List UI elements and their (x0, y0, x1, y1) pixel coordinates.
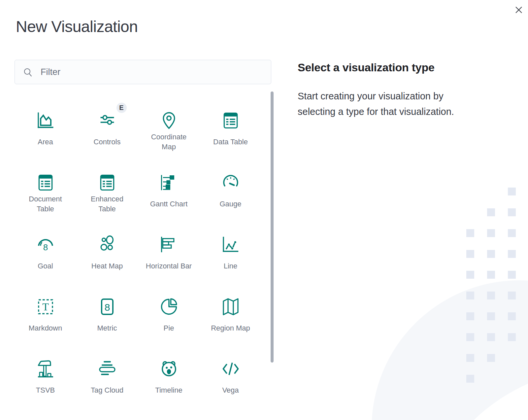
modal-title: New Visualization (16, 17, 138, 37)
decor-square (466, 250, 474, 258)
vis-type-label: Timeline (155, 380, 182, 401)
tsvb-icon (35, 358, 56, 379)
detail-panel: Select a visualization type Start creati… (298, 60, 496, 120)
vis-type-label: Horizontal Bar (146, 256, 192, 276)
decor-square (508, 333, 516, 341)
gauge-icon (220, 172, 241, 193)
table-icon (220, 110, 241, 131)
decor-square (466, 292, 474, 299)
decor-square (466, 375, 474, 383)
decor-square (466, 312, 474, 320)
vis-type-goal[interactable]: Goal (15, 222, 76, 284)
vis-type-tag-cloud[interactable]: Tag Cloud (76, 346, 138, 408)
code-icon (220, 358, 241, 379)
decor-square (487, 271, 495, 279)
heatmap-icon (97, 234, 118, 255)
vis-type-document-table[interactable]: Document Table (15, 160, 76, 222)
vis-type-line[interactable]: Line (200, 222, 261, 284)
detail-description: Start creating your visualization by sel… (298, 88, 496, 120)
vis-type-enhanced-table[interactable]: Enhanced Table (76, 160, 138, 222)
detail-heading: Select a visualization type (298, 60, 496, 75)
close-button[interactable] (512, 3, 525, 17)
decor-square (466, 229, 474, 237)
bar-horizontal-icon (158, 234, 180, 255)
controls-icon: E (97, 110, 118, 131)
decor-square (508, 250, 516, 258)
vis-type-label: Document Table (29, 194, 62, 214)
goal-icon (35, 234, 56, 255)
decor-square (487, 354, 495, 362)
vis-type-label: Heat Map (91, 256, 123, 276)
vis-type-label: Gauge (219, 194, 241, 214)
vis-type-data-table[interactable]: Data Table (200, 98, 261, 160)
bear-icon (158, 358, 180, 379)
scrollbar-thumb[interactable] (271, 91, 274, 363)
decor-square (508, 188, 516, 195)
line-chart-icon (220, 234, 241, 255)
map-folded-icon (220, 296, 241, 317)
decor-square (508, 312, 516, 320)
metric-icon (97, 296, 118, 317)
vis-type-label: Enhanced Table (91, 194, 123, 214)
decor-square (466, 333, 474, 341)
decor-square (487, 333, 495, 341)
decor-square (487, 229, 495, 237)
decor-square (508, 229, 516, 237)
vis-type-heat-map[interactable]: Heat Map (76, 222, 138, 284)
visualization-type-grid: AreaEControlsCoordinate MapData TableDoc… (15, 98, 261, 408)
filter-input[interactable] (15, 60, 271, 84)
area-chart-icon (35, 110, 56, 131)
close-icon (514, 6, 523, 14)
tag-cloud-icon (97, 358, 118, 379)
decor-square (466, 271, 474, 279)
filter-box (15, 60, 271, 84)
vis-type-metric[interactable]: Metric (76, 284, 138, 346)
markdown-icon (35, 296, 56, 317)
vis-type-label: Gantt Chart (150, 194, 188, 214)
vis-type-horizontal-bar[interactable]: Horizontal Bar (138, 222, 200, 284)
vis-type-controls[interactable]: EControls (76, 98, 138, 160)
decor-square (487, 250, 495, 258)
vis-type-label: Line (224, 256, 238, 276)
vis-type-label: Controls (94, 132, 121, 152)
vis-type-label: Data Table (213, 132, 248, 152)
vis-type-gauge[interactable]: Gauge (200, 160, 261, 222)
pie-chart-icon (158, 296, 180, 317)
vis-type-area[interactable]: Area (15, 98, 76, 160)
map-pin-icon (158, 110, 180, 131)
vis-type-markdown[interactable]: Markdown (15, 284, 76, 346)
decor-square (508, 271, 516, 279)
vis-type-gantt-chart[interactable]: Gantt Chart (138, 160, 200, 222)
vis-type-label: Vega (222, 380, 239, 401)
vis-type-label: Markdown (29, 318, 62, 338)
vis-type-timeline[interactable]: Timeline (138, 346, 200, 408)
decor-square (487, 292, 495, 299)
decor-square (508, 292, 516, 299)
vis-type-label: Coordinate Map (151, 132, 187, 152)
decor-square (487, 312, 495, 320)
vis-type-label: TSVB (36, 380, 55, 401)
table-icon (97, 172, 118, 193)
vis-type-label: Pie (164, 318, 174, 338)
vis-type-label: Region Map (211, 318, 250, 338)
vis-type-region-map[interactable]: Region Map (200, 284, 261, 346)
vis-type-coordinate-map[interactable]: Coordinate Map (138, 98, 200, 160)
decor-square (487, 208, 495, 216)
decor-square (466, 354, 474, 362)
vis-type-label: Area (38, 132, 53, 152)
vis-type-tsvb[interactable]: TSVB (15, 346, 76, 408)
vis-type-vega[interactable]: Vega (200, 346, 261, 408)
vis-type-pie[interactable]: Pie (138, 284, 200, 346)
experimental-badge: E (116, 103, 127, 113)
gantt-icon (158, 172, 180, 193)
vis-type-label: Metric (97, 318, 117, 338)
vis-type-label: Tag Cloud (91, 380, 123, 401)
table-icon (35, 172, 56, 193)
decor-square (508, 208, 516, 216)
vis-type-label: Goal (38, 256, 53, 276)
